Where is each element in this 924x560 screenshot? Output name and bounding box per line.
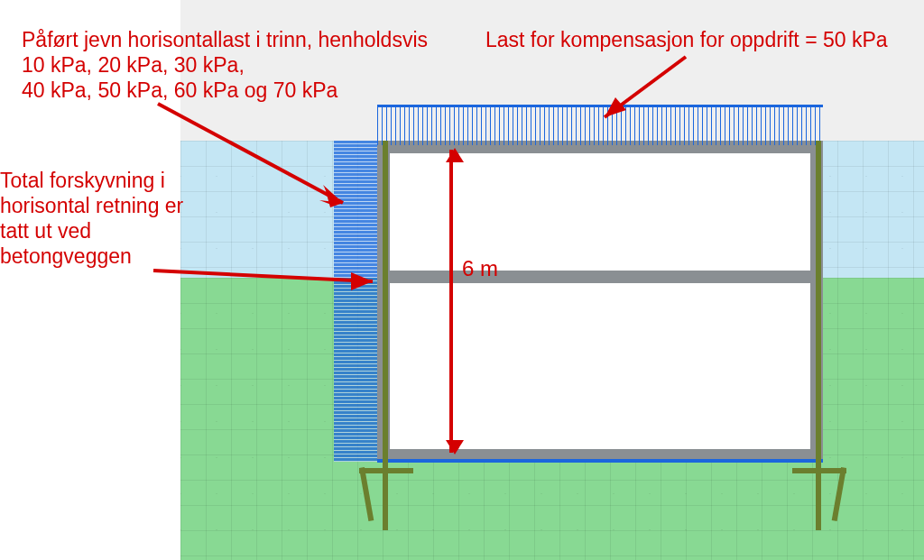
dimension-arrow-vertical [449,150,453,453]
svg-marker-4 [605,97,626,117]
concrete-culvert [377,141,823,462]
annotation-horizontal-load: Påført jevn horisontallast i trinn, henh… [22,27,437,103]
arrow-icon [578,52,713,133]
annotation-buoyancy-load: Last for kompensasjon for oppdrift = 50 … [485,27,892,52]
svg-marker-6 [351,272,373,290]
dimension-label: 6 m [462,256,498,281]
figure: 6 m Påført jevn horisontallast i trinn, … [0,0,924,560]
sheet-pile-foot-right [792,468,846,473]
svg-line-5 [153,271,373,281]
bottom-load-line [377,459,823,463]
concrete-mid-slab [377,271,823,283]
arrow-icon [149,262,393,316]
arrow-icon [153,99,370,216]
annotation-displacement-note: Total forskyvning i horisontal retning e… [0,168,186,269]
svg-marker-2 [325,188,343,207]
sheet-pile-foot-left [359,468,413,473]
